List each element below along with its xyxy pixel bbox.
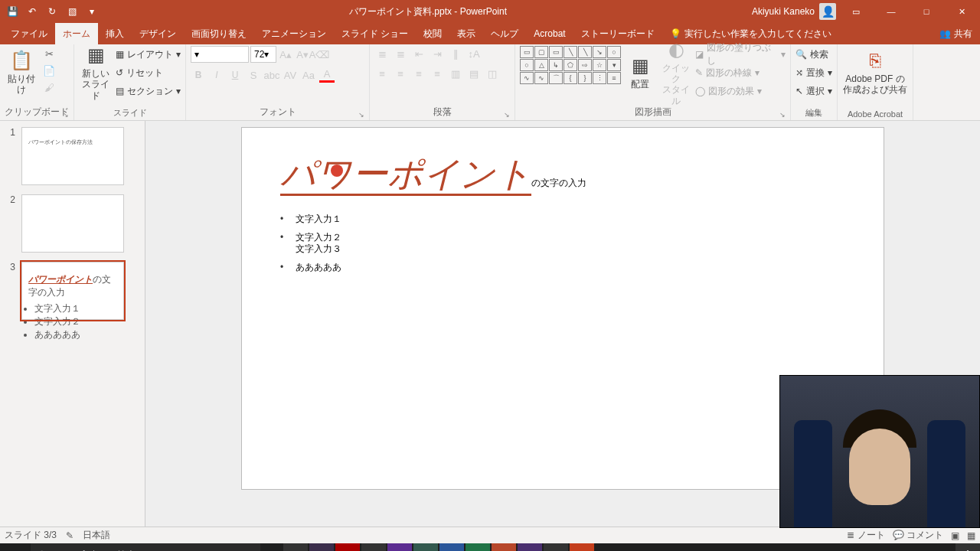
visual-studio-icon[interactable]: ⬣ [387,543,412,551]
smartart-icon[interactable]: ◫ [485,66,500,81]
tray-up-icon[interactable]: ˄ [956,543,980,551]
redo-icon[interactable]: ↻ [46,5,58,18]
change-case-icon[interactable]: Aa [301,67,316,83]
sorter-view-icon[interactable]: ▦ [967,530,975,541]
char-spacing-icon[interactable]: AV [283,67,298,83]
close-icon[interactable]: ✕ [946,0,977,23]
tab-review[interactable]: 校閲 [416,23,449,44]
ribbon-display-icon[interactable]: ▭ [841,0,871,23]
tab-design[interactable]: デザイン [132,23,184,44]
find-button[interactable]: 🔍 検索 [795,46,832,63]
italic-icon[interactable]: I [209,67,224,83]
normal-view-icon[interactable]: ▣ [951,530,959,541]
align-center-icon[interactable]: ≡ [393,66,408,81]
tab-transition[interactable]: 画面切り替え [184,23,254,44]
bullets-icon[interactable]: ≣ [374,46,390,61]
create-pdf-button[interactable]: ⎘ Adobe PDF の 作成および共有 [842,46,908,99]
shape-fill-button[interactable]: ◪ 図形の塗りつぶし ▾ [695,46,786,63]
font-name-select[interactable]: ▾ [191,46,249,63]
quick-styles-button[interactable]: ◐ クイック スタイル [660,46,693,99]
decrease-indent-icon[interactable]: ⇤ [411,46,426,61]
decrease-font-icon[interactable]: A▾ [295,47,310,62]
justify-icon[interactable]: ≡ [430,66,445,81]
font-color-icon[interactable]: A [319,67,335,83]
dialog-launcher-icon[interactable]: ↘ [63,111,69,119]
increase-indent-icon[interactable]: ⇥ [430,46,445,61]
slide-body[interactable]: 文字入力１ 文字入力２文字入力３ あああああ [280,214,845,273]
numbering-icon[interactable]: ≣ [393,46,408,61]
tab-help[interactable]: ヘルプ [483,23,526,44]
text-direction-icon[interactable]: ↕A [466,46,482,61]
filezilla-icon[interactable]: Fz [335,543,360,551]
undo-icon[interactable]: ↶ [26,5,38,18]
powerpoint-icon[interactable]: P [492,543,516,551]
qat-more-icon[interactable]: ▾ [86,5,98,18]
format-painter-icon[interactable]: 🖌 [41,80,57,95]
tab-view[interactable]: 表示 [449,23,483,44]
slide-title[interactable]: パワーポイントの文字の入力 [280,151,845,198]
copy-icon[interactable]: 📄 [41,63,57,78]
tab-file[interactable]: ファイル [3,23,55,44]
share-button[interactable]: 👥 共有 [939,23,972,44]
shape-effects-button[interactable]: ◯ 図形の効果 ▾ [695,83,786,99]
word-icon[interactable]: W [439,543,464,551]
align-right-icon[interactable]: ≡ [411,66,426,81]
group-label: Adobe Acrobat [842,109,908,120]
minimize-icon[interactable]: — [876,0,906,23]
camtasia-icon[interactable]: C [570,543,594,551]
tab-animation[interactable]: アニメーション [254,23,334,44]
replace-button[interactable]: ⤭ 置換 ▾ [795,64,832,81]
dialog-launcher-icon[interactable]: ↘ [358,111,364,119]
dialog-launcher-icon[interactable]: ↘ [504,111,510,119]
language-status[interactable]: 日本語 [83,529,110,542]
bold-icon[interactable]: B [191,67,206,83]
font-size-select[interactable]: 72 ▾ [250,46,276,63]
reset-button[interactable]: ↺ リセット [116,64,181,81]
comments-button[interactable]: 💬 コメント [893,529,943,542]
task-view-icon[interactable]: ▭ [283,543,308,551]
new-slide-button[interactable]: ▦ 新しい スライド [79,46,113,99]
shapes-gallery[interactable]: ▭▢▭╲╲↘○ ○△↳⬠⇨☆▾ ∿∿⌒{}⋮≡ [520,46,621,84]
paste-button[interactable]: 📋 貼り付け [5,46,38,99]
shadow-icon[interactable]: S [246,67,261,83]
shape-outline-button[interactable]: ✎ 図形の枠線 ▾ [695,64,786,81]
dialog-launcher-icon[interactable]: ↘ [779,111,786,119]
clear-format-icon[interactable]: A⌫ [312,47,327,62]
spellcheck-icon[interactable]: ✎ [66,530,74,541]
taskbar-app-icon[interactable]: C [518,543,542,551]
line-spacing-icon[interactable]: ‖ [448,46,463,61]
save-icon[interactable]: 💾 [6,5,18,18]
columns-icon[interactable]: ▥ [448,66,463,81]
start-button[interactable]: ⊞ [0,543,31,551]
tab-acrobat[interactable]: Acrobat [526,23,573,44]
align-left-icon[interactable]: ≡ [374,66,390,81]
strike-icon[interactable]: abc [264,67,279,83]
tab-storyboard[interactable]: ストーリーボード [573,23,662,44]
align-text-icon[interactable]: ▤ [466,66,482,81]
start-from-beginning-icon[interactable]: ▧ [66,5,78,18]
taskbar-search[interactable]: ◯ ここに入力して検索 [31,543,260,551]
layout-button[interactable]: ▦ レイアウト ▾ [116,46,181,63]
tab-slideshow[interactable]: スライド ショー [334,23,416,44]
cut-icon[interactable]: ✂ [41,46,57,61]
thumbnail-3[interactable]: 3 パワーポイントの文字の入力 文字入力１ 文字入力２ あああああ [0,262,145,320]
increase-font-icon[interactable]: A▴ [278,47,293,62]
arrange-button[interactable]: ▦ 配置 [624,46,657,99]
tab-insert[interactable]: 挿入 [98,23,132,44]
account-button[interactable]: Akiyuki Kaneko 👤 [752,3,836,20]
group-slides: ▦ 新しい スライド ▦ レイアウト ▾ ↺ リセット ▤ セクション ▾ スラ… [74,44,186,120]
taskbar-app-icon[interactable]: Pr [309,543,334,551]
slide-counter[interactable]: スライド 3/3 [5,529,57,542]
tab-home[interactable]: ホーム [55,23,98,44]
taskbar-app-icon[interactable]: ◫ [361,543,386,551]
atom-icon[interactable]: ⚛ [413,543,438,551]
taskbar-app-icon[interactable]: ▥ [544,543,568,551]
section-button[interactable]: ▤ セクション ▾ [116,83,181,99]
maximize-icon[interactable]: □ [911,0,942,23]
notes-button[interactable]: ≣ ノート [847,529,884,542]
underline-icon[interactable]: U [227,67,243,83]
select-button[interactable]: ↖ 選択 ▾ [795,83,832,99]
thumbnail-2[interactable]: 2 [0,194,145,253]
excel-icon[interactable]: X [466,543,490,551]
thumbnail-1[interactable]: 1 パワーポイントの保存方法 [0,127,145,185]
